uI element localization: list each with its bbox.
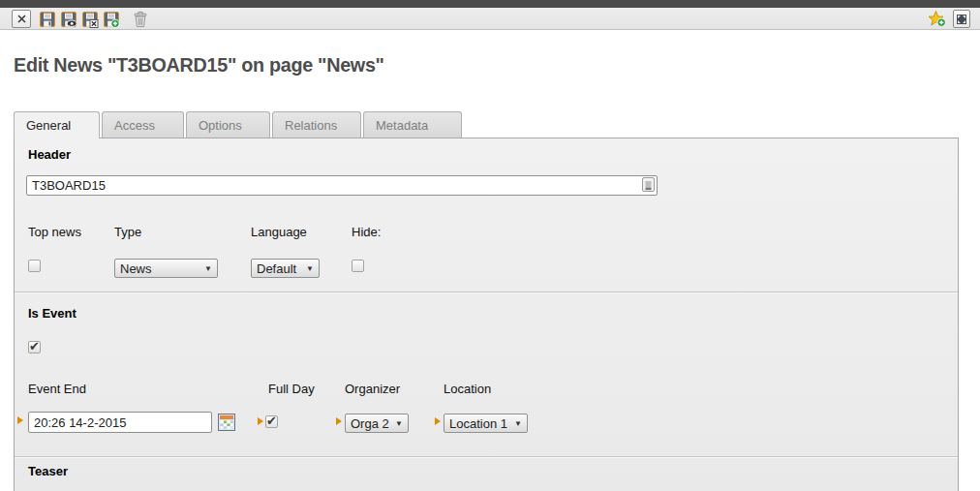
shortcut-star-icon (928, 10, 947, 28)
type-label: Type (114, 225, 141, 239)
hide-checkbox[interactable] (352, 260, 364, 272)
language-select-value: Default (257, 261, 296, 276)
chevron-down-icon: ▼ (306, 264, 314, 273)
tab-access[interactable]: Access (102, 111, 184, 138)
language-label: Language (251, 225, 307, 239)
save-close-button[interactable] (81, 10, 99, 28)
delete-button[interactable] (132, 10, 149, 28)
top-news-checkbox[interactable] (28, 260, 41, 272)
add-shortcut-button[interactable] (928, 10, 947, 28)
field-control-icon[interactable] (642, 177, 655, 192)
trash-icon (133, 11, 148, 28)
tab-metadata[interactable]: Metadata (363, 111, 462, 138)
header-field-label: Header (28, 147, 71, 162)
save-new-button[interactable] (103, 10, 120, 28)
location-select-value: Location 1 (449, 416, 507, 431)
tab-options[interactable]: Options (186, 111, 270, 138)
teaser-label: Teaser (28, 464, 68, 478)
page-title: Edit News "T3BOARD15" on page "News" (14, 53, 384, 77)
is-event-label: Is Event (28, 306, 77, 321)
full-day-checkbox[interactable] (265, 415, 278, 428)
save-view-icon (60, 11, 77, 28)
change-marker-icon (17, 416, 23, 424)
change-marker-icon (336, 417, 342, 425)
save-button[interactable] (39, 10, 56, 28)
header-input-wrap (26, 175, 658, 196)
tab-general[interactable]: General (14, 111, 100, 138)
save-icon (39, 11, 56, 28)
language-select[interactable]: Default ▼ (251, 259, 320, 278)
organizer-select[interactable]: Orga 2 ▼ (345, 414, 409, 433)
location-label: Location (444, 382, 491, 396)
fullscreen-icon (956, 14, 967, 25)
change-marker-icon (258, 417, 263, 425)
chevron-down-icon: ▼ (514, 419, 522, 428)
save-close-icon (81, 11, 99, 28)
calendar-icon (218, 414, 235, 431)
top-news-label: Top news (28, 225, 81, 239)
event-end-label: Event End (28, 382, 86, 396)
section-divider (15, 456, 958, 458)
docheader-toolbar (0, 8, 980, 30)
datepicker-button[interactable] (218, 414, 235, 431)
section-divider (15, 292, 958, 293)
organizer-select-value: Orga 2 (351, 416, 389, 431)
type-select[interactable]: News ▼ (114, 259, 218, 278)
save-new-icon (103, 11, 120, 28)
tab-relations[interactable]: Relations (272, 111, 361, 138)
organizer-label: Organizer (345, 382, 400, 396)
form-panel-general: Header Top news Type Language Hide: News… (14, 138, 959, 491)
typo3-edit-document: Edit News "T3BOARD15" on page "News" Gen… (0, 0, 980, 491)
top-window-strip (0, 0, 980, 8)
fullscreen-button[interactable] (953, 10, 970, 28)
close-icon (17, 15, 26, 23)
event-end-input[interactable] (28, 412, 212, 433)
is-event-checkbox[interactable] (28, 341, 41, 353)
hide-label: Hide: (352, 225, 381, 239)
close-button[interactable] (12, 10, 31, 28)
type-select-value: News (120, 261, 152, 276)
chevron-down-icon: ▼ (204, 264, 212, 273)
save-view-button[interactable] (60, 10, 77, 28)
chevron-down-icon: ▼ (395, 419, 403, 428)
location-select[interactable]: Location 1 ▼ (444, 414, 528, 433)
change-marker-icon (435, 417, 441, 425)
header-input[interactable] (26, 175, 658, 196)
tab-strip: General Access Options Relations Metadat… (14, 111, 464, 138)
full-day-label: Full Day (268, 382, 315, 396)
